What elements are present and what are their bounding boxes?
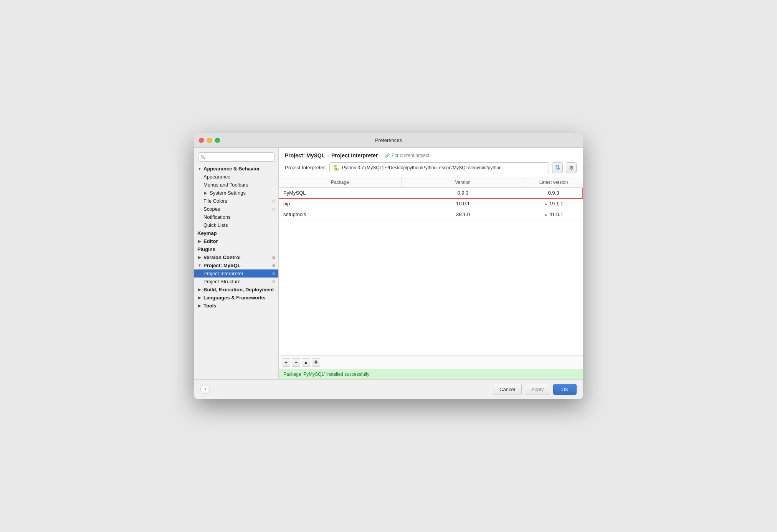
traffic-lights: [199, 138, 220, 143]
sidebar: 🔍 ▼ Appearance & Behavior Appearance Men…: [194, 148, 279, 379]
table-header: Package Version Latest version: [279, 177, 583, 188]
help-button[interactable]: ?: [200, 385, 210, 394]
packages-toolbar: + − ▲ 👁: [279, 355, 583, 369]
cell-package-setuptools: setuptools: [279, 209, 402, 220]
main-header: Project: MySQL › Project Interpreter 🔗Fo…: [279, 148, 583, 177]
show-package-button[interactable]: 👁: [312, 358, 320, 367]
footer-actions: Cancel Apply OK: [493, 384, 577, 395]
minimize-button[interactable]: [207, 138, 212, 143]
sidebar-item-keymap[interactable]: Keymap: [194, 229, 278, 237]
interpreter-row: Project Interpreter: 🐍 Python 3.7 (MySQL…: [285, 162, 577, 173]
sidebar-item-scopes[interactable]: Scopes ⊞: [194, 205, 278, 213]
sidebar-item-appearance-behavior[interactable]: ▼ Appearance & Behavior: [194, 165, 278, 173]
packages-table: Package Version Latest version PyMySQL 0…: [279, 177, 583, 379]
column-package: Package: [279, 177, 402, 187]
preferences-window: Preferences 🔍 ▼ Appearance & Behavior Ap…: [194, 133, 583, 399]
chevron-right-icon: ▶: [197, 255, 202, 259]
interpreter-label: Project Interpreter:: [285, 165, 326, 170]
interpreter-dropdown-button[interactable]: ⇅: [552, 162, 563, 173]
table-row[interactable]: setuptools 39.1.0 ▲ 41.0.1: [279, 209, 583, 220]
main-content: 🔍 ▼ Appearance & Behavior Appearance Men…: [194, 148, 583, 379]
sidebar-item-file-colors[interactable]: File Colors ⊞: [194, 197, 278, 205]
sidebar-item-project-interpreter[interactable]: Project Interpreter ⊞: [194, 269, 278, 278]
breadcrumb-current: Project Interpreter: [331, 152, 378, 159]
interpreter-settings-button[interactable]: ⚙: [566, 162, 577, 173]
cell-package-pymysql: PyMySQL: [279, 188, 402, 198]
eye-icon: 👁: [313, 359, 319, 365]
cell-version-pip: 10.0.1: [402, 198, 524, 209]
footer: ? Cancel Apply OK: [194, 379, 583, 399]
python-icon: 🐍: [333, 164, 340, 171]
main-panel: Project: MySQL › Project Interpreter 🔗Fo…: [279, 148, 583, 379]
cell-latest-setuptools: ▲ 41.0.1: [524, 209, 583, 220]
breadcrumb: Project: MySQL › Project Interpreter 🔗Fo…: [285, 152, 577, 159]
chevron-right-icon: ▶: [197, 295, 202, 300]
sidebar-item-menus-toolbars[interactable]: Menus and Toolbars: [194, 181, 278, 189]
upgrade-arrow-icon: ▲: [544, 202, 548, 206]
copy-icon: ⊞: [272, 271, 275, 276]
status-bar: Package 'PyMySQL' installed successfully: [279, 369, 583, 379]
chevron-down-icon: ▼: [197, 263, 202, 268]
chevron-right-icon: ▶: [197, 239, 202, 243]
chevron-right-icon: ▶: [197, 303, 202, 308]
sidebar-item-version-control[interactable]: ▶ Version Control ⊞: [194, 253, 278, 261]
add-package-button[interactable]: +: [282, 358, 290, 367]
chevron-up-down-icon: ⇅: [555, 164, 560, 171]
copy-icon: ⊞: [272, 279, 275, 284]
search-box[interactable]: 🔍: [198, 152, 274, 162]
sidebar-item-plugins[interactable]: Plugins: [194, 245, 278, 253]
table-row[interactable]: pip 10.0.1 ▲ 19.1.1: [279, 198, 583, 209]
upgrade-arrow-icon: ▲: [544, 212, 548, 216]
interpreter-path: Python 3.7 (MySQL) ~/Desktop/python/Pyth…: [342, 165, 546, 170]
sidebar-item-editor[interactable]: ▶ Editor: [194, 237, 278, 245]
sidebar-item-notifications[interactable]: Notifications: [194, 213, 278, 221]
cancel-button[interactable]: Cancel: [493, 384, 521, 395]
titlebar: Preferences: [194, 133, 583, 148]
cell-latest-pip: ▲ 19.1.1: [524, 198, 583, 209]
copy-icon: ⊞: [272, 263, 275, 268]
sidebar-item-tools[interactable]: ▶ Tools: [194, 302, 278, 310]
window-title: Preferences: [375, 137, 402, 143]
table-body: PyMySQL 0.9.3 0.9.3 pip: [279, 188, 583, 355]
active-item-label: Project Interpreter: [203, 271, 243, 276]
sidebar-item-languages[interactable]: ▶ Languages & Frameworks: [194, 294, 278, 302]
copy-icon: ⊞: [272, 207, 275, 211]
column-latest: Latest version: [524, 177, 583, 187]
copy-icon: ⊞: [272, 255, 275, 259]
close-button[interactable]: [199, 138, 204, 143]
apply-button[interactable]: Apply: [525, 384, 551, 395]
search-input[interactable]: [198, 152, 274, 162]
table-row[interactable]: PyMySQL 0.9.3 0.9.3: [279, 188, 583, 198]
chevron-right-icon: ▶: [203, 190, 208, 195]
breadcrumb-hint: 🔗For current project: [385, 153, 429, 158]
status-message: Package 'PyMySQL' installed successfully: [283, 372, 369, 377]
copy-icon: ⊞: [272, 199, 275, 203]
remove-package-button[interactable]: −: [292, 358, 300, 367]
breadcrumb-separator: ›: [327, 152, 329, 159]
sidebar-item-build-exec[interactable]: ▶ Build, Execution, Deployment: [194, 286, 278, 294]
link-icon: 🔗: [385, 153, 390, 158]
sidebar-item-appearance[interactable]: Appearance: [194, 173, 278, 181]
sidebar-item-quick-lists[interactable]: Quick Lists: [194, 221, 278, 229]
cell-version-pymysql: 0.9.3: [402, 188, 524, 198]
ok-button[interactable]: OK: [553, 384, 577, 395]
cell-version-setuptools: 39.1.0: [402, 209, 524, 220]
breadcrumb-project: Project: MySQL: [285, 152, 325, 159]
sidebar-item-system-settings[interactable]: ▶ System Settings: [194, 189, 278, 197]
maximize-button[interactable]: [215, 138, 220, 143]
gear-icon: ⚙: [569, 165, 574, 171]
chevron-right-icon: ▶: [197, 287, 202, 292]
sidebar-item-project-structure[interactable]: Project Structure ⊞: [194, 278, 278, 286]
interpreter-select[interactable]: 🐍 Python 3.7 (MySQL) ~/Desktop/python/Py…: [329, 162, 549, 173]
chevron-down-icon: ▼: [197, 166, 202, 171]
search-icon: 🔍: [200, 154, 206, 159]
column-version: Version: [402, 177, 524, 187]
cell-latest-pymysql: 0.9.3: [524, 188, 583, 198]
sidebar-item-project-mysql[interactable]: ▼ Project: MySQL ⊞: [194, 261, 278, 269]
upgrade-package-button[interactable]: ▲: [302, 358, 310, 367]
cell-package-pip: pip: [279, 198, 402, 209]
